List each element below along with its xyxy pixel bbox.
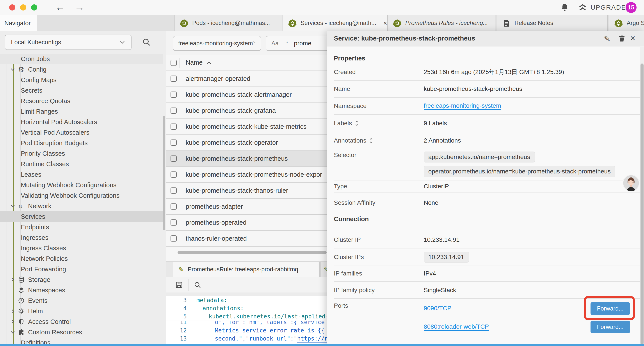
table-row-alertmanager-operated[interactable]: alertmanager-operated (166, 70, 327, 87)
table-row-kube-prometheus-stack-operator[interactable]: kube-prometheus-stack-operator (166, 135, 327, 151)
sidebar-item-config[interactable]: ⚙Config (0, 64, 163, 75)
row-checkbox[interactable] (170, 107, 177, 114)
close-icon[interactable]: × (630, 33, 635, 43)
drawer-row-name: Namekube-prometheus-stack-prometheus (334, 81, 640, 98)
row-checkbox[interactable] (170, 171, 177, 178)
maximize-window-icon[interactable] (31, 4, 37, 10)
sidebar-item-helm[interactable]: Helm (0, 306, 163, 317)
search-icon[interactable] (142, 38, 151, 46)
edit-pencil-icon[interactable]: ✎ (604, 34, 610, 43)
sidebar-item-config-maps[interactable]: Config Maps (0, 75, 163, 85)
table-row-kube-prometheus-stack-grafana[interactable]: kube-prometheus-stack-grafana (166, 103, 327, 119)
sidebar-item-mutating-webhook-configurations[interactable]: Mutating Webhook Configurations (0, 180, 163, 190)
sidebar-item-horizontal-pod-autoscalers[interactable]: Horizontal Pod Autoscalers (0, 117, 163, 127)
table-row-kube-prometheus-stack-alertmanager[interactable]: kube-prometheus-stack-alertmanager (166, 87, 327, 103)
table-row-prometheus-operated[interactable]: prometheus-operated (166, 215, 327, 231)
sidebar-item-runtime-classes[interactable]: Runtime Classes (0, 159, 163, 169)
label-text: Session Affinity (334, 199, 375, 206)
drawer-row-ip-families: IP familiesIPv4 (334, 265, 640, 282)
save-icon[interactable] (175, 281, 183, 289)
forward-button[interactable]: Forward... (590, 321, 630, 333)
sidebar-item-storage[interactable]: Storage (0, 274, 163, 285)
namespace-filter-select[interactable]: freeleaps-monitoring-system (173, 36, 261, 51)
sidebar-item-pod-disruption-budgets[interactable]: Pod Disruption Budgets (0, 138, 163, 148)
sort-updown-icon[interactable] (355, 120, 359, 127)
delete-trash-icon[interactable] (618, 34, 626, 43)
column-header-name[interactable]: Name (186, 59, 202, 66)
close-window-icon[interactable] (9, 4, 15, 10)
forward-icon[interactable]: → (74, 0, 84, 13)
row-checkbox[interactable] (170, 139, 177, 146)
row-checkbox[interactable] (170, 187, 177, 194)
tab-argo-se[interactable]: Argo Se (609, 15, 644, 31)
tab-release-notes[interactable]: Release Notes (497, 15, 608, 31)
notification-count-badge[interactable]: 15 (626, 2, 636, 13)
yaml-editor[interactable]: 3metadata:4annotations:5kubectl.kubernet… (166, 296, 327, 346)
navigator-panel-tab[interactable]: Navigator (0, 15, 37, 31)
sidebar-item-namespaces[interactable]: Namespaces (0, 285, 163, 296)
sidebar-item-cron-jobs[interactable]: Cron Jobs (0, 54, 163, 64)
sidebar-item-network[interactable]: ↑↓Network (0, 201, 163, 211)
drawer-scrollbar[interactable] (640, 63, 644, 345)
namespace-link[interactable]: freeleaps-monitoring-system (424, 102, 501, 110)
close-tab-icon[interactable]: × (380, 19, 387, 27)
sidebar-item-services[interactable]: Services (0, 211, 163, 222)
minimize-window-icon[interactable] (20, 4, 26, 10)
port-link[interactable]: 9090/TCP (424, 305, 451, 312)
sidebar-item-access-control[interactable]: Access Control (0, 317, 163, 327)
table-row-thanos-ruler-operated[interactable]: thanos-ruler-operated (166, 231, 327, 247)
row-checkbox[interactable] (170, 155, 177, 162)
sidebar-item-network-policies[interactable]: Network Policies (0, 253, 163, 264)
row-checkbox[interactable] (170, 219, 177, 226)
regex-toggle[interactable]: .* (284, 40, 288, 47)
kubeconfig-selector[interactable]: Local Kubeconfigs (5, 34, 132, 50)
sidebar-item-leases[interactable]: Leases (0, 169, 163, 180)
table-row-kube-prometheus-stack-prometheus-node-expor[interactable]: kube-prometheus-stack-prometheus-node-ex… (166, 167, 327, 183)
sidebar-item-resource-quotas[interactable]: Resource Quotas (0, 96, 163, 106)
sidebar-item-validating-webhook-configurations[interactable]: Validating Webhook Configurations (0, 190, 163, 201)
table-row-kube-prometheus-stack-kube-state-metrics[interactable]: kube-prometheus-stack-kube-state-metrics (166, 119, 327, 135)
sidebar-item-secrets[interactable]: Secrets (0, 85, 163, 96)
select-all-checkbox[interactable] (170, 60, 177, 66)
sidebar-item-label: Endpoints (21, 224, 49, 231)
upgrade-button[interactable]: UPGRADE (590, 4, 626, 11)
horizontal-scrollbar[interactable] (178, 251, 326, 254)
tab-services-icecheng-math[interactable]: Services - icecheng@math...× (283, 15, 388, 31)
dock-tab-prometheusrule[interactable]: ✎ PrometheusRule: freeleaps-prod-rabbitm… (173, 262, 320, 277)
upgrade-chevrons-icon[interactable] (578, 3, 588, 12)
sidebar-item-vertical-pod-autoscalers[interactable]: Vertical Pod Autoscalers (0, 127, 163, 138)
user-avatar[interactable] (622, 175, 640, 192)
forward-button-highlighted[interactable]: Forward... (590, 302, 630, 315)
sidebar-item-limit-ranges[interactable]: Limit Ranges (0, 106, 163, 117)
notifications-bell-icon[interactable] (560, 3, 569, 12)
port-link[interactable]: 8080:reloader-web/TCP (424, 323, 489, 331)
sidebar-item-port-forwarding[interactable]: Port Forwarding (0, 264, 163, 274)
sort-ascending-icon[interactable] (206, 61, 211, 64)
row-checkbox[interactable] (170, 235, 177, 242)
code-text: Metrics service error rate is {{ $va (215, 327, 327, 335)
table-row-prometheus-adapter[interactable]: prometheus-adapter (166, 199, 327, 215)
sidebar-item-ingress-classes[interactable]: Ingress Classes (0, 243, 163, 253)
editor-search-icon[interactable] (194, 281, 201, 289)
sidebar-item-events[interactable]: Events (0, 296, 163, 306)
back-icon[interactable]: ← (55, 0, 65, 13)
sort-updown-icon[interactable] (369, 137, 373, 144)
code-text: metadata: (196, 296, 227, 304)
tab-prometheus-rules-icecheng[interactable]: Prometheus Rules - icecheng... (388, 15, 496, 31)
row-checkbox[interactable] (170, 203, 177, 210)
sidebar-item-priority-classes[interactable]: Priority Classes (0, 148, 163, 159)
code-text: second.","runbook_url":"https://net (215, 335, 327, 343)
match-case-toggle[interactable]: Aa (271, 40, 278, 47)
table-row-kube-prometheus-stack-prometheus[interactable]: kube-prometheus-stack-prometheus (166, 151, 327, 167)
row-checkbox[interactable] (170, 91, 177, 98)
sidebar-item-ingresses[interactable]: Ingresses (0, 232, 163, 243)
sidebar-scrollbar[interactable] (163, 116, 165, 230)
sidebar-item-endpoints[interactable]: Endpoints (0, 222, 163, 232)
service-name: kube-prometheus-stack-operator (166, 139, 278, 146)
row-checkbox[interactable] (170, 75, 177, 82)
list-search-input[interactable]: Aa .* prome (266, 36, 332, 51)
sidebar-item-custom-resources[interactable]: Custom Resources (0, 327, 163, 338)
row-checkbox[interactable] (170, 123, 177, 130)
table-row-kube-prometheus-stack-thanos-ruler[interactable]: kube-prometheus-stack-thanos-ruler (166, 183, 327, 199)
tab-pods-icecheng-mathmas[interactable]: Pods - icecheng@mathmas... (174, 15, 283, 31)
